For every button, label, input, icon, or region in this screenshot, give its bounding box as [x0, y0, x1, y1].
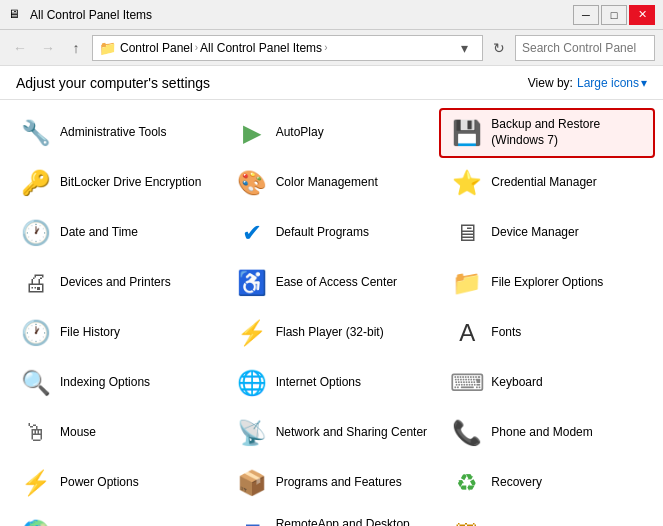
indexing-options-icon: 🔍 — [20, 367, 52, 399]
bitlocker-label: BitLocker Drive Encryption — [60, 175, 201, 191]
control-item-default-programs[interactable]: ✔Default Programs — [224, 208, 440, 258]
refresh-button[interactable]: ↻ — [487, 36, 511, 60]
up-button[interactable]: ↑ — [64, 36, 88, 60]
control-item-network-sharing[interactable]: 📡Network and Sharing Center — [224, 408, 440, 458]
fonts-icon: A — [451, 317, 483, 349]
control-item-security-maintenance[interactable]: 🛡Security and Maintenance — [439, 508, 655, 526]
autoplay-label: AutoPlay — [276, 125, 324, 141]
chevron-down-icon: ▾ — [641, 76, 647, 90]
view-by-value[interactable]: Large icons ▾ — [577, 76, 647, 90]
control-item-bitlocker[interactable]: 🔑BitLocker Drive Encryption — [8, 158, 224, 208]
address-dropdown-button[interactable]: ▾ — [452, 36, 476, 60]
date-time-icon: 🕐 — [20, 217, 52, 249]
main-panel: 🔧Administrative Tools▶AutoPlay💾Backup an… — [0, 100, 663, 526]
control-item-credential-manager[interactable]: ⭐Credential Manager — [439, 158, 655, 208]
file-explorer-options-label: File Explorer Options — [491, 275, 603, 291]
file-history-label: File History — [60, 325, 120, 341]
security-maintenance-icon: 🛡 — [451, 517, 483, 526]
control-item-recovery[interactable]: ♻Recovery — [439, 458, 655, 508]
control-item-phone-modem[interactable]: 📞Phone and Modem — [439, 408, 655, 458]
title-bar: 🖥 All Control Panel Items ─ □ ✕ — [0, 0, 663, 30]
control-item-file-explorer-options[interactable]: 📁File Explorer Options — [439, 258, 655, 308]
flash-player-label: Flash Player (32-bit) — [276, 325, 384, 341]
control-item-backup-restore[interactable]: 💾Backup and Restore (Windows 7) — [439, 108, 655, 158]
control-item-indexing-options[interactable]: 🔍Indexing Options — [8, 358, 224, 408]
close-button[interactable]: ✕ — [629, 5, 655, 25]
administrative-tools-icon: 🔧 — [20, 117, 52, 149]
search-box[interactable]: 🔍 — [515, 35, 655, 61]
control-item-keyboard[interactable]: ⌨Keyboard — [439, 358, 655, 408]
control-item-mouse[interactable]: 🖱Mouse — [8, 408, 224, 458]
control-item-ease-access[interactable]: ♿Ease of Access Center — [224, 258, 440, 308]
search-input[interactable] — [522, 41, 663, 55]
mouse-icon: 🖱 — [20, 417, 52, 449]
internet-options-icon: 🌐 — [236, 367, 268, 399]
programs-features-label: Programs and Features — [276, 475, 402, 491]
back-button[interactable]: ← — [8, 36, 32, 60]
programs-features-icon: 📦 — [236, 467, 268, 499]
color-management-icon: 🎨 — [236, 167, 268, 199]
breadcrumb: Control Panel › All Control Panel Items … — [120, 41, 327, 55]
control-item-remoteapp[interactable]: 🖥RemoteApp and Desktop Connections — [224, 508, 440, 526]
control-item-programs-features[interactable]: 📦Programs and Features — [224, 458, 440, 508]
page-title: Adjust your computer's settings — [16, 75, 210, 91]
date-time-label: Date and Time — [60, 225, 138, 241]
breadcrumb-item-all-control-panel[interactable]: All Control Panel Items — [200, 41, 322, 55]
control-item-flash-player[interactable]: ⚡Flash Player (32-bit) — [224, 308, 440, 358]
control-item-administrative-tools[interactable]: 🔧Administrative Tools — [8, 108, 224, 158]
control-item-autoplay[interactable]: ▶AutoPlay — [224, 108, 440, 158]
device-manager-icon: 🖥 — [451, 217, 483, 249]
control-item-devices-printers[interactable]: 🖨Devices and Printers — [8, 258, 224, 308]
default-programs-icon: ✔ — [236, 217, 268, 249]
title-bar-left: 🖥 All Control Panel Items — [8, 7, 152, 23]
internet-options-label: Internet Options — [276, 375, 361, 391]
control-item-device-manager[interactable]: 🖥Device Manager — [439, 208, 655, 258]
maximize-button[interactable]: □ — [601, 5, 627, 25]
backup-restore-label: Backup and Restore (Windows 7) — [491, 117, 600, 148]
file-explorer-options-icon: 📁 — [451, 267, 483, 299]
breadcrumb-sep-2: › — [324, 42, 327, 53]
fonts-label: Fonts — [491, 325, 521, 341]
device-manager-label: Device Manager — [491, 225, 578, 241]
view-by-control: View by: Large icons ▾ — [528, 76, 647, 90]
mouse-label: Mouse — [60, 425, 96, 441]
devices-printers-label: Devices and Printers — [60, 275, 171, 291]
control-item-date-time[interactable]: 🕐Date and Time — [8, 208, 224, 258]
color-management-label: Color Management — [276, 175, 378, 191]
ease-access-label: Ease of Access Center — [276, 275, 397, 291]
power-options-icon: ⚡ — [20, 467, 52, 499]
power-options-label: Power Options — [60, 475, 139, 491]
network-sharing-icon: 📡 — [236, 417, 268, 449]
control-item-fonts[interactable]: AFonts — [439, 308, 655, 358]
window-controls: ─ □ ✕ — [573, 5, 655, 25]
header-bar: Adjust your computer's settings View by:… — [0, 66, 663, 100]
credential-manager-icon: ⭐ — [451, 167, 483, 199]
indexing-options-label: Indexing Options — [60, 375, 150, 391]
breadcrumb-item-control-panel[interactable]: Control Panel — [120, 41, 193, 55]
region-icon: 🌍 — [20, 517, 52, 526]
network-sharing-label: Network and Sharing Center — [276, 425, 427, 441]
control-item-color-management[interactable]: 🎨Color Management — [224, 158, 440, 208]
view-by-label: View by: — [528, 76, 573, 90]
window-title: All Control Panel Items — [30, 8, 152, 22]
control-item-region[interactable]: 🌍Region — [8, 508, 224, 526]
control-item-internet-options[interactable]: 🌐Internet Options — [224, 358, 440, 408]
forward-button[interactable]: → — [36, 36, 60, 60]
file-history-icon: 🕐 — [20, 317, 52, 349]
credential-manager-label: Credential Manager — [491, 175, 596, 191]
phone-modem-label: Phone and Modem — [491, 425, 592, 441]
breadcrumb-sep-1: › — [195, 42, 198, 53]
keyboard-label: Keyboard — [491, 375, 542, 391]
recovery-label: Recovery — [491, 475, 542, 491]
bitlocker-icon: 🔑 — [20, 167, 52, 199]
minimize-button[interactable]: ─ — [573, 5, 599, 25]
recovery-icon: ♻ — [451, 467, 483, 499]
control-item-power-options[interactable]: ⚡Power Options — [8, 458, 224, 508]
navigation-bar: ← → ↑ 📁 Control Panel › All Control Pane… — [0, 30, 663, 66]
control-item-file-history[interactable]: 🕐File History — [8, 308, 224, 358]
devices-printers-icon: 🖨 — [20, 267, 52, 299]
flash-player-icon: ⚡ — [236, 317, 268, 349]
app-icon: 🖥 — [8, 7, 24, 23]
folder-icon: 📁 — [99, 40, 116, 56]
address-bar[interactable]: 📁 Control Panel › All Control Panel Item… — [92, 35, 483, 61]
